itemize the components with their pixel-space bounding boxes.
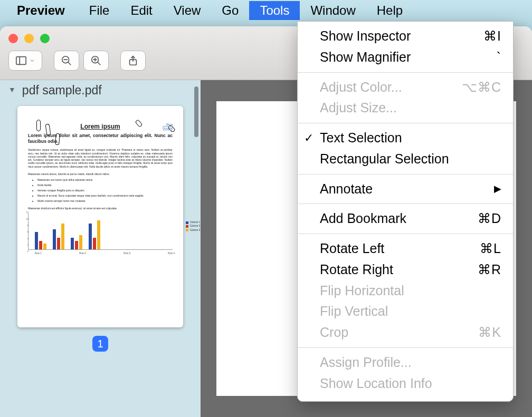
menu-item-flip-vertical: Flip Vertical [298,301,513,322]
menu-item-label: Annotate [320,180,373,198]
sidebar-scrollbar[interactable] [194,86,198,137]
menu-item-text-selection[interactable]: ✓Text Selection [298,128,513,149]
menu-item-shortcut: ` [497,49,501,66]
menu-help[interactable]: Help [366,1,413,20]
tools-menu-dropdown: Show Inspector⌘IShow Magnifier`Adjust Co… [297,21,514,402]
sidebar-view-button[interactable] [8,51,42,71]
share-icon [127,55,139,66]
menu-file[interactable]: File [79,1,120,20]
menu-item-shortcut: ⌘D [478,210,501,228]
menu-item-label: Rectangular Selection [320,150,449,168]
menu-item-shortcut: ⌘L [480,240,501,258]
menubar: Preview File Edit View Go Tools Window H… [0,0,532,21]
menu-item-show-magnifier[interactable]: Show Magnifier` [298,47,513,68]
menu-item-label: Flip Horizontal [320,282,404,300]
menu-item-assign-profile: Assign Profile... [298,352,513,373]
chevron-down-icon [29,57,35,64]
zoom-in-button[interactable] [83,51,109,71]
sidebar-icon [15,55,27,66]
menu-separator [298,203,513,204]
zoom-out-icon [61,55,72,66]
menu-item-label: Text Selection [320,129,402,147]
menu-item-label: Adjust Size... [320,99,397,117]
page-thumbnail[interactable]: Bing Google Lorem ipsum Lorem ipsum dolo… [17,106,183,327]
thumbnail-bullets: Maecenas non lorem quis tellus placerat … [37,178,173,202]
menu-item-crop: Crop⌘K [298,322,513,343]
disclosure-triangle-icon[interactable]: ▲ [8,86,16,95]
menu-separator [298,72,513,73]
share-button[interactable] [120,51,146,71]
menu-view[interactable]: View [163,1,212,20]
paperclip-icon [36,120,41,131]
menu-window[interactable]: Window [300,1,366,20]
zoom-in-icon [90,55,102,66]
svg-line-3 [68,62,71,65]
document-title: pdf sample.pdf [22,83,102,98]
menu-item-show-location-info: Show Location Info [298,373,513,394]
thumbnail-links: Bing Google [163,123,173,130]
sidebar-header[interactable]: ▲ pdf sample.pdf [0,80,201,101]
menu-item-label: Rotate Right [320,261,393,279]
page-number-badge[interactable]: 1 [92,336,108,352]
checkmark-icon: ✓ [304,130,314,146]
menu-separator [298,123,513,123]
menu-item-label: Rotate Left [320,240,384,258]
menu-item-show-inspector[interactable]: Show Inspector⌘I [298,26,513,47]
menu-item-flip-horizontal: Flip Horizontal [298,280,513,302]
menu-item-shortcut: ⌘I [483,27,501,45]
menu-item-rotate-right[interactable]: Rotate Right⌘R [298,259,513,280]
menu-item-rotate-left[interactable]: Rotate Left⌘L [298,238,513,259]
svg-rect-0 [16,57,26,65]
menu-item-label: Show Location Info [320,375,432,393]
thumbnail-closing: Maecenas tincidunt est efficitur ligula … [28,207,173,210]
menu-item-label: Show Magnifier [320,49,411,66]
submenu-arrow-icon: ▶ [494,182,501,195]
menu-separator [298,234,513,234]
menu-separator [298,174,513,174]
svg-line-6 [98,62,101,65]
menu-item-add-bookmark[interactable]: Add Bookmark⌘D [298,208,513,229]
menu-item-shortcut: ⌘R [478,261,501,279]
thumbnail-paragraph: Vestibulum neque massa, scelerisque sit … [28,148,173,168]
menu-separator [298,347,513,348]
thumbnail-chart: 121086420 Column 1Column 2Column 3 Row 1… [28,213,173,250]
menu-item-adjust-size: Adjust Size... [298,98,513,119]
menu-item-label: Flip Vertical [320,303,388,321]
menu-item-shortcut: ⌘K [478,324,501,342]
menu-edit[interactable]: Edit [120,1,163,20]
zoom-button[interactable] [40,34,50,43]
close-button[interactable] [8,34,18,43]
menu-item-label: Crop [320,324,348,342]
menu-item-rectangular-selection[interactable]: Rectangular Selection [298,149,513,170]
app-name[interactable]: Preview [17,3,65,18]
paperclip-icon [55,133,60,146]
menu-go[interactable]: Go [211,1,249,20]
menu-item-label: Add Bookmark [320,210,406,228]
menu-item-annotate[interactable]: Annotate▶ [298,179,513,200]
menu-item-label: Assign Profile... [320,354,412,372]
menu-tools[interactable]: Tools [249,1,300,20]
thumbnail-subhead: Maecenas mauris lectus, lobortis et puru… [28,172,173,176]
thumbnails-sidebar: ▲ pdf sample.pdf Bing Google Lorem ipsum… [0,80,201,417]
menu-item-shortcut: ⌥⌘C [462,79,501,96]
menu-item-adjust-color: Adjust Color...⌥⌘C [298,77,513,98]
minimize-button[interactable] [24,34,34,43]
zoom-out-button[interactable] [54,51,79,71]
menu-item-label: Adjust Color... [320,79,402,96]
menu-item-label: Show Inspector [320,27,411,45]
